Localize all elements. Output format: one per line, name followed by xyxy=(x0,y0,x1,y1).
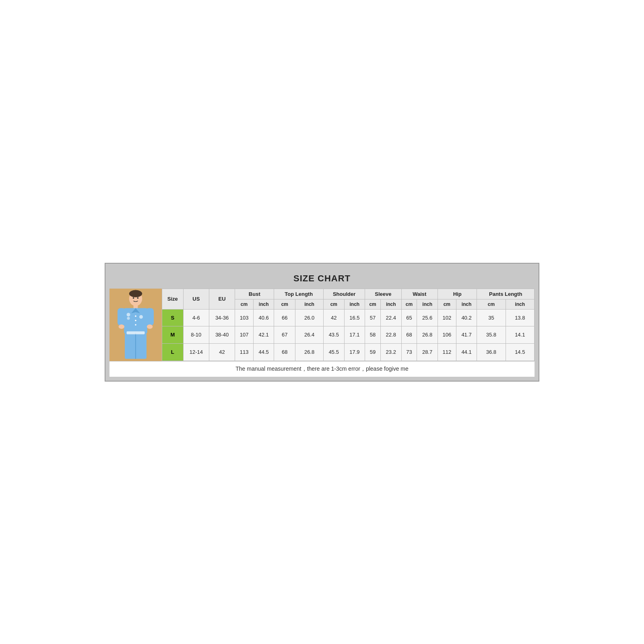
m-sleeve-inch: 22.8 xyxy=(380,326,401,344)
s-waist-cm: 65 xyxy=(401,309,417,326)
s-pants-inch: 13.8 xyxy=(506,309,534,326)
size-table: Size US EU Bust Top Length Shoulder Slee… xyxy=(162,289,535,361)
table-row: M 8-10 38-40 107 42.1 67 26.4 43.5 17.1 … xyxy=(162,326,535,344)
s-shoulder-cm: 42 xyxy=(324,309,345,326)
svg-rect-9 xyxy=(118,308,126,325)
col-header-shoulder: Shoulder xyxy=(324,289,365,299)
l-waist-inch: 28.7 xyxy=(417,343,438,361)
s-us: 4-6 xyxy=(183,309,209,326)
waist-inch-header: inch xyxy=(417,299,438,309)
s-sleeve-cm: 57 xyxy=(365,309,381,326)
s-sleeve-inch: 22.4 xyxy=(380,309,401,326)
m-bust-cm: 107 xyxy=(235,326,254,344)
l-waist-cm: 73 xyxy=(401,343,417,361)
table-row: S 4-6 34-36 103 40.6 66 26.0 42 16.5 57 … xyxy=(162,309,535,326)
l-pants-inch: 14.5 xyxy=(506,343,534,361)
m-us: 8-10 xyxy=(183,326,209,344)
s-size: S xyxy=(162,309,184,326)
col-header-sleeve: Sleeve xyxy=(365,289,401,299)
col-header-us: US xyxy=(183,289,209,309)
pants-cm-header: cm xyxy=(477,299,506,309)
pants-inch-header: inch xyxy=(506,299,534,309)
l-shoulder-cm: 45.5 xyxy=(324,343,345,361)
m-top-cm: 67 xyxy=(274,326,295,344)
s-top-cm: 66 xyxy=(274,309,295,326)
svg-point-16 xyxy=(127,313,130,316)
hip-inch-header: inch xyxy=(456,299,477,309)
m-top-inch: 26.4 xyxy=(295,326,324,344)
l-bust-cm: 113 xyxy=(235,343,254,361)
svg-point-12 xyxy=(147,324,153,329)
svg-point-17 xyxy=(127,317,130,320)
table-container: Size US EU Bust Top Length Shoulder Slee… xyxy=(109,289,535,361)
m-pants-inch: 14.1 xyxy=(506,326,534,344)
top-length-cm-header: cm xyxy=(274,299,295,309)
l-pants-cm: 36.8 xyxy=(477,343,506,361)
col-header-top-length: Top Length xyxy=(274,289,324,299)
s-bust-inch: 40.6 xyxy=(253,309,274,326)
svg-point-6 xyxy=(135,315,136,317)
waist-cm-header: cm xyxy=(401,299,417,309)
m-pants-cm: 35.8 xyxy=(477,326,506,344)
model-image xyxy=(109,289,162,361)
svg-point-8 xyxy=(135,324,136,326)
sleeve-inch-header: inch xyxy=(380,299,401,309)
s-eu: 34-36 xyxy=(209,309,235,326)
l-top-cm: 68 xyxy=(274,343,295,361)
m-eu: 38-40 xyxy=(209,326,235,344)
m-hip-cm: 106 xyxy=(438,326,456,344)
l-hip-inch: 44.1 xyxy=(456,343,477,361)
l-bust-inch: 44.5 xyxy=(253,343,274,361)
m-sleeve-cm: 58 xyxy=(365,326,381,344)
svg-rect-10 xyxy=(146,308,154,325)
svg-point-20 xyxy=(137,297,139,299)
svg-point-19 xyxy=(133,297,134,299)
s-hip-cm: 102 xyxy=(438,309,456,326)
s-bust-cm: 103 xyxy=(235,309,254,326)
m-shoulder-cm: 43.5 xyxy=(324,326,345,344)
col-header-pants-length: Pants Length xyxy=(477,289,535,299)
svg-rect-15 xyxy=(127,331,145,334)
l-sleeve-cm: 59 xyxy=(365,343,381,361)
col-header-bust: Bust xyxy=(235,289,274,299)
s-pants-cm: 35 xyxy=(477,309,506,326)
svg-point-2 xyxy=(129,290,142,297)
svg-point-11 xyxy=(119,324,124,329)
l-eu: 42 xyxy=(209,343,235,361)
col-header-eu: EU xyxy=(209,289,235,309)
m-waist-cm: 68 xyxy=(401,326,417,344)
col-header-size: Size xyxy=(162,289,184,309)
m-shoulder-inch: 17.1 xyxy=(344,326,365,344)
size-chart-wrapper: SIZE CHART xyxy=(105,263,539,382)
s-shoulder-inch: 16.5 xyxy=(344,309,365,326)
m-hip-inch: 41.7 xyxy=(456,326,477,344)
shoulder-inch-header: inch xyxy=(344,299,365,309)
shoulder-cm-header: cm xyxy=(324,299,345,309)
col-header-hip: Hip xyxy=(438,289,477,299)
l-shoulder-inch: 17.9 xyxy=(344,343,365,361)
chart-title: SIZE CHART xyxy=(109,268,535,289)
l-sleeve-inch: 23.2 xyxy=(380,343,401,361)
l-us: 12-14 xyxy=(183,343,209,361)
model-svg xyxy=(111,289,160,361)
table-row: L 12-14 42 113 44.5 68 26.8 45.5 17.9 59… xyxy=(162,343,535,361)
s-waist-inch: 25.6 xyxy=(417,309,438,326)
l-hip-cm: 112 xyxy=(438,343,456,361)
col-header-waist: Waist xyxy=(401,289,438,299)
svg-point-7 xyxy=(135,320,136,321)
hip-cm-header: cm xyxy=(438,299,456,309)
bust-cm-header: cm xyxy=(235,299,254,309)
m-size: M xyxy=(162,326,184,344)
m-bust-inch: 42.1 xyxy=(253,326,274,344)
sleeve-cm-header: cm xyxy=(365,299,381,309)
l-size: L xyxy=(162,343,184,361)
footer-note: The manual measurement，there are 1-3cm e… xyxy=(109,361,535,377)
s-top-inch: 26.0 xyxy=(295,309,324,326)
l-top-inch: 26.8 xyxy=(295,343,324,361)
bust-inch-header: inch xyxy=(253,299,274,309)
top-length-inch-header: inch xyxy=(295,299,324,309)
s-hip-inch: 40.2 xyxy=(456,309,477,326)
svg-point-18 xyxy=(139,315,143,318)
m-waist-inch: 26.8 xyxy=(417,326,438,344)
